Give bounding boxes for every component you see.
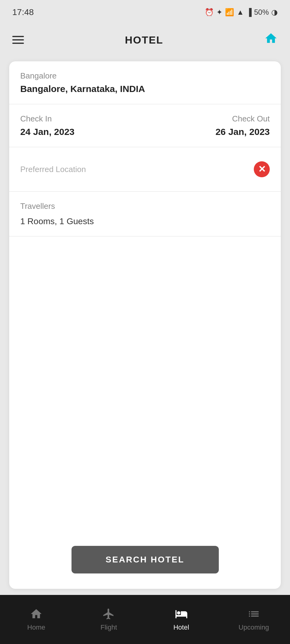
checkin-block[interactable]: Check In 24 Jan, 2023	[20, 114, 75, 137]
location-label: Bangalore	[20, 71, 270, 81]
nav-label-flight: Flight	[100, 623, 117, 631]
bluetooth-icon: ✦	[216, 8, 222, 17]
preferred-location-label: Preferred Location	[20, 165, 86, 174]
travellers-value: 1 Rooms, 1 Guests	[20, 217, 270, 226]
top-nav: HOTEL	[0, 25, 290, 55]
checkout-label: Check Out	[215, 114, 270, 124]
sim-icon: ▐	[246, 8, 252, 17]
preferred-location-section[interactable]: Preferred Location ✕	[9, 147, 281, 192]
checkout-block[interactable]: Check Out 26 Jan, 2023	[215, 114, 270, 137]
nav-item-upcoming[interactable]: Upcoming	[218, 608, 290, 631]
main-content: Bangalore Bangalore, Karnataka, INDIA Ch…	[0, 55, 290, 595]
close-icon: ✕	[258, 165, 266, 174]
status-icons: ⏰ ✦ 📶 ▲ ▐ 50% ◑	[205, 8, 278, 17]
battery-icon: ◑	[271, 8, 278, 17]
nav-label-home: Home	[27, 623, 45, 631]
nav-item-hotel[interactable]: Hotel	[145, 608, 218, 631]
travellers-section[interactable]: Travellers 1 Rooms, 1 Guests	[9, 192, 281, 236]
status-time: 17:48	[12, 7, 34, 17]
battery-level: 50%	[254, 8, 269, 17]
nav-item-flight[interactable]: Flight	[72, 608, 145, 631]
hamburger-menu[interactable]	[12, 36, 24, 44]
travellers-label: Travellers	[20, 201, 270, 211]
location-section[interactable]: Bangalore Bangalore, Karnataka, INDIA	[9, 61, 281, 104]
location-value: Bangalore, Karnataka, INDIA	[20, 84, 270, 94]
signal-icon: 📶	[225, 8, 234, 17]
home-nav-icon[interactable]	[264, 32, 278, 48]
nav-label-upcoming: Upcoming	[238, 623, 269, 631]
search-hotel-button[interactable]: SEARCH HOTEL	[72, 546, 219, 573]
clear-preferred-location-button[interactable]: ✕	[254, 161, 270, 177]
nav-item-home[interactable]: Home	[0, 608, 72, 631]
status-bar: 17:48 ⏰ ✦ 📶 ▲ ▐ 50% ◑	[0, 0, 290, 25]
checkin-label: Check In	[20, 114, 75, 124]
search-card: Bangalore Bangalore, Karnataka, INDIA Ch…	[9, 61, 281, 589]
wifi-icon: ▲	[237, 8, 244, 17]
nav-label-hotel: Hotel	[173, 623, 189, 631]
bottom-nav: Home Flight Hotel Upcoming	[0, 595, 290, 644]
page-title: HOTEL	[125, 34, 163, 46]
checkout-value: 26 Jan, 2023	[215, 127, 270, 137]
alarm-icon: ⏰	[205, 8, 214, 17]
checkin-section[interactable]: Check In 24 Jan, 2023 Check Out 26 Jan, …	[9, 104, 281, 147]
checkin-value: 24 Jan, 2023	[20, 127, 75, 137]
search-area: SEARCH HOTEL	[9, 236, 281, 589]
